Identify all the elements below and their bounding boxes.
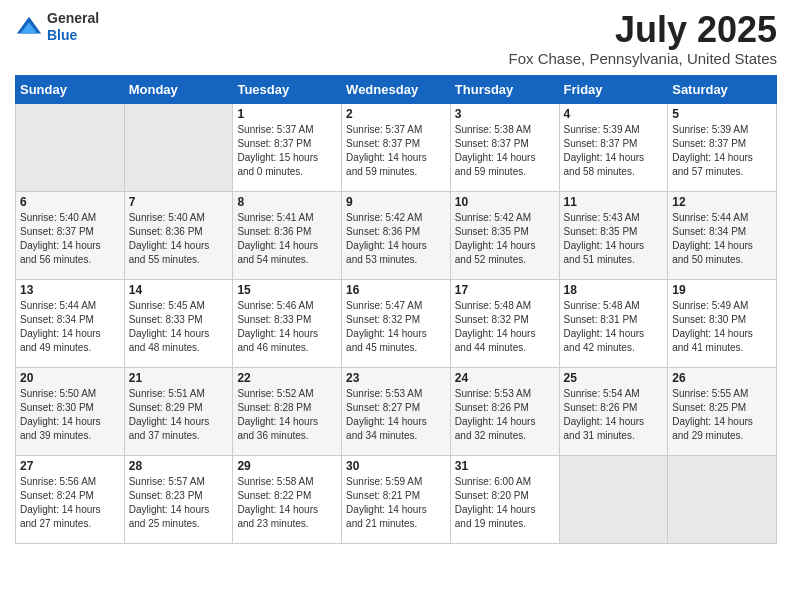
calendar-cell: 29Sunrise: 5:58 AM Sunset: 8:22 PM Dayli…: [233, 455, 342, 543]
col-header-tuesday: Tuesday: [233, 75, 342, 103]
day-number: 25: [564, 371, 664, 385]
calendar-cell: [124, 103, 233, 191]
day-info: Sunrise: 5:47 AM Sunset: 8:32 PM Dayligh…: [346, 299, 446, 355]
logo: General Blue: [15, 10, 99, 44]
day-info: Sunrise: 5:49 AM Sunset: 8:30 PM Dayligh…: [672, 299, 772, 355]
calendar-cell: 13Sunrise: 5:44 AM Sunset: 8:34 PM Dayli…: [16, 279, 125, 367]
calendar-cell: [559, 455, 668, 543]
calendar-cell: 9Sunrise: 5:42 AM Sunset: 8:36 PM Daylig…: [342, 191, 451, 279]
calendar-cell: 11Sunrise: 5:43 AM Sunset: 8:35 PM Dayli…: [559, 191, 668, 279]
day-number: 23: [346, 371, 446, 385]
day-number: 11: [564, 195, 664, 209]
logo-text: General Blue: [47, 10, 99, 44]
day-info: Sunrise: 5:46 AM Sunset: 8:33 PM Dayligh…: [237, 299, 337, 355]
day-info: Sunrise: 5:52 AM Sunset: 8:28 PM Dayligh…: [237, 387, 337, 443]
day-number: 9: [346, 195, 446, 209]
header-row: SundayMondayTuesdayWednesdayThursdayFrid…: [16, 75, 777, 103]
day-info: Sunrise: 5:40 AM Sunset: 8:37 PM Dayligh…: [20, 211, 120, 267]
calendar-cell: 26Sunrise: 5:55 AM Sunset: 8:25 PM Dayli…: [668, 367, 777, 455]
day-number: 1: [237, 107, 337, 121]
day-info: Sunrise: 5:42 AM Sunset: 8:36 PM Dayligh…: [346, 211, 446, 267]
day-number: 28: [129, 459, 229, 473]
header: General Blue July 2025 Fox Chase, Pennsy…: [15, 10, 777, 67]
day-info: Sunrise: 5:43 AM Sunset: 8:35 PM Dayligh…: [564, 211, 664, 267]
day-info: Sunrise: 5:57 AM Sunset: 8:23 PM Dayligh…: [129, 475, 229, 531]
day-info: Sunrise: 5:53 AM Sunset: 8:26 PM Dayligh…: [455, 387, 555, 443]
day-info: Sunrise: 5:59 AM Sunset: 8:21 PM Dayligh…: [346, 475, 446, 531]
day-number: 5: [672, 107, 772, 121]
calendar-cell: 1Sunrise: 5:37 AM Sunset: 8:37 PM Daylig…: [233, 103, 342, 191]
day-info: Sunrise: 5:37 AM Sunset: 8:37 PM Dayligh…: [237, 123, 337, 179]
day-info: Sunrise: 5:44 AM Sunset: 8:34 PM Dayligh…: [20, 299, 120, 355]
day-number: 7: [129, 195, 229, 209]
day-info: Sunrise: 5:51 AM Sunset: 8:29 PM Dayligh…: [129, 387, 229, 443]
day-info: Sunrise: 5:39 AM Sunset: 8:37 PM Dayligh…: [672, 123, 772, 179]
calendar-cell: 30Sunrise: 5:59 AM Sunset: 8:21 PM Dayli…: [342, 455, 451, 543]
calendar-cell: 15Sunrise: 5:46 AM Sunset: 8:33 PM Dayli…: [233, 279, 342, 367]
day-number: 12: [672, 195, 772, 209]
day-info: Sunrise: 5:56 AM Sunset: 8:24 PM Dayligh…: [20, 475, 120, 531]
calendar-cell: 28Sunrise: 5:57 AM Sunset: 8:23 PM Dayli…: [124, 455, 233, 543]
day-info: Sunrise: 5:40 AM Sunset: 8:36 PM Dayligh…: [129, 211, 229, 267]
col-header-sunday: Sunday: [16, 75, 125, 103]
day-info: Sunrise: 5:45 AM Sunset: 8:33 PM Dayligh…: [129, 299, 229, 355]
logo-general: General: [47, 10, 99, 26]
calendar-cell: 20Sunrise: 5:50 AM Sunset: 8:30 PM Dayli…: [16, 367, 125, 455]
day-number: 13: [20, 283, 120, 297]
day-info: Sunrise: 5:55 AM Sunset: 8:25 PM Dayligh…: [672, 387, 772, 443]
day-info: Sunrise: 5:37 AM Sunset: 8:37 PM Dayligh…: [346, 123, 446, 179]
day-number: 18: [564, 283, 664, 297]
calendar-cell: 10Sunrise: 5:42 AM Sunset: 8:35 PM Dayli…: [450, 191, 559, 279]
day-info: Sunrise: 5:48 AM Sunset: 8:32 PM Dayligh…: [455, 299, 555, 355]
day-number: 22: [237, 371, 337, 385]
calendar-cell: [16, 103, 125, 191]
day-info: Sunrise: 5:38 AM Sunset: 8:37 PM Dayligh…: [455, 123, 555, 179]
calendar-cell: 22Sunrise: 5:52 AM Sunset: 8:28 PM Dayli…: [233, 367, 342, 455]
day-number: 19: [672, 283, 772, 297]
day-number: 26: [672, 371, 772, 385]
col-header-wednesday: Wednesday: [342, 75, 451, 103]
calendar-cell: 31Sunrise: 6:00 AM Sunset: 8:20 PM Dayli…: [450, 455, 559, 543]
calendar-cell: 4Sunrise: 5:39 AM Sunset: 8:37 PM Daylig…: [559, 103, 668, 191]
main-title: July 2025: [509, 10, 777, 50]
day-number: 15: [237, 283, 337, 297]
calendar-cell: 19Sunrise: 5:49 AM Sunset: 8:30 PM Dayli…: [668, 279, 777, 367]
day-number: 20: [20, 371, 120, 385]
day-info: Sunrise: 5:58 AM Sunset: 8:22 PM Dayligh…: [237, 475, 337, 531]
week-row-1: 1Sunrise: 5:37 AM Sunset: 8:37 PM Daylig…: [16, 103, 777, 191]
col-header-friday: Friday: [559, 75, 668, 103]
day-number: 3: [455, 107, 555, 121]
day-number: 14: [129, 283, 229, 297]
calendar-cell: 14Sunrise: 5:45 AM Sunset: 8:33 PM Dayli…: [124, 279, 233, 367]
calendar-cell: 6Sunrise: 5:40 AM Sunset: 8:37 PM Daylig…: [16, 191, 125, 279]
page: General Blue July 2025 Fox Chase, Pennsy…: [0, 0, 792, 612]
calendar-cell: 3Sunrise: 5:38 AM Sunset: 8:37 PM Daylig…: [450, 103, 559, 191]
col-header-saturday: Saturday: [668, 75, 777, 103]
day-number: 30: [346, 459, 446, 473]
calendar-cell: 2Sunrise: 5:37 AM Sunset: 8:37 PM Daylig…: [342, 103, 451, 191]
day-number: 8: [237, 195, 337, 209]
day-number: 17: [455, 283, 555, 297]
calendar-cell: 21Sunrise: 5:51 AM Sunset: 8:29 PM Dayli…: [124, 367, 233, 455]
day-info: Sunrise: 5:42 AM Sunset: 8:35 PM Dayligh…: [455, 211, 555, 267]
subtitle: Fox Chase, Pennsylvania, United States: [509, 50, 777, 67]
logo-icon: [15, 13, 43, 41]
day-info: Sunrise: 6:00 AM Sunset: 8:20 PM Dayligh…: [455, 475, 555, 531]
calendar-cell: 23Sunrise: 5:53 AM Sunset: 8:27 PM Dayli…: [342, 367, 451, 455]
day-info: Sunrise: 5:44 AM Sunset: 8:34 PM Dayligh…: [672, 211, 772, 267]
col-header-monday: Monday: [124, 75, 233, 103]
title-block: July 2025 Fox Chase, Pennsylvania, Unite…: [509, 10, 777, 67]
calendar-cell: 18Sunrise: 5:48 AM Sunset: 8:31 PM Dayli…: [559, 279, 668, 367]
calendar-cell: 12Sunrise: 5:44 AM Sunset: 8:34 PM Dayli…: [668, 191, 777, 279]
day-number: 27: [20, 459, 120, 473]
calendar-cell: [668, 455, 777, 543]
day-number: 24: [455, 371, 555, 385]
day-number: 29: [237, 459, 337, 473]
day-info: Sunrise: 5:41 AM Sunset: 8:36 PM Dayligh…: [237, 211, 337, 267]
day-number: 10: [455, 195, 555, 209]
day-number: 6: [20, 195, 120, 209]
calendar-cell: 27Sunrise: 5:56 AM Sunset: 8:24 PM Dayli…: [16, 455, 125, 543]
day-info: Sunrise: 5:53 AM Sunset: 8:27 PM Dayligh…: [346, 387, 446, 443]
week-row-2: 6Sunrise: 5:40 AM Sunset: 8:37 PM Daylig…: [16, 191, 777, 279]
day-number: 16: [346, 283, 446, 297]
